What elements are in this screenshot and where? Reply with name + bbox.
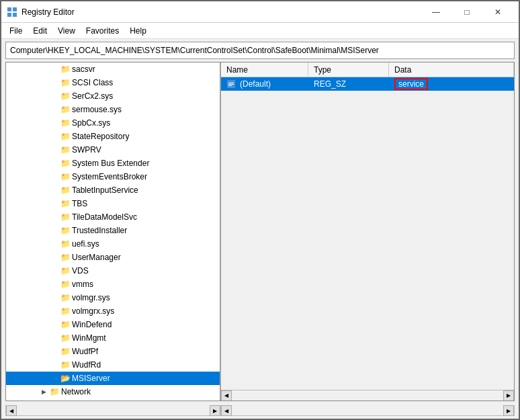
tree-item-usermgr[interactable]: 📁 UserManager: [6, 251, 220, 264]
tree-item-msiserver[interactable]: 📂 MSIServer: [6, 372, 220, 385]
tree-label: Network: [61, 387, 91, 396]
tree-item-trusted[interactable]: 📁 TrustedInstaller: [6, 224, 220, 237]
tree-item-sermouse[interactable]: 📁 sermouse.sys: [6, 103, 220, 116]
tree-item-scsi-class[interactable]: 📁 SCSI Class: [6, 76, 220, 89]
tree-label: TileDataModelSvc: [72, 212, 137, 222]
tree-item-tbs[interactable]: 📁 TBS: [6, 197, 220, 210]
expand-icon: [49, 319, 60, 330]
tree-item-spbcx[interactable]: 📁 SpbCx.sys: [6, 116, 220, 130]
tree-item-uefi[interactable]: 📁 uefi.sys: [6, 237, 220, 251]
tree-item-vds[interactable]: 📁 VDS: [6, 264, 220, 278]
tree-item-wudfpf[interactable]: 📁 WudfPf: [6, 345, 220, 358]
expand-icon: [49, 333, 60, 343]
right-pane-scrollbar-h[interactable]: ◀ ▶: [221, 390, 514, 401]
svg-rect-2: [7, 13, 11, 17]
tree-item-state-repo[interactable]: 📁 StateRepository: [6, 130, 220, 143]
expand-icon: [49, 91, 60, 101]
expand-icon: [49, 131, 60, 142]
svg-rect-7: [228, 85, 232, 86]
expand-icon: [49, 64, 60, 75]
expand-icon: [49, 185, 60, 196]
folder-icon: 📁: [60, 158, 71, 169]
col-header-type: Type: [308, 62, 389, 77]
tree-scroll-right[interactable]: ▶: [210, 405, 220, 416]
minimize-button[interactable]: —: [421, 1, 451, 23]
folder-icon: 📁: [60, 292, 71, 303]
title-bar: Registry Editor — □ ✕: [1, 1, 519, 23]
menu-help[interactable]: Help: [124, 25, 152, 37]
cell-data-default: service: [389, 77, 514, 91]
expand-icon: [49, 198, 60, 209]
menu-view[interactable]: View: [52, 25, 81, 37]
scroll-left-arrow[interactable]: ◀: [221, 390, 232, 401]
svg-rect-6: [228, 84, 234, 85]
tree-item-sysevents[interactable]: 📁 SystemEventsBroker: [6, 170, 220, 183]
bottom-scrollbar-row: ◀ ▶ ◀ ▶: [5, 405, 515, 416]
tree-item-winmgmt[interactable]: 📁 WinMgmt: [6, 331, 220, 345]
right-scroll-left2[interactable]: ◀: [221, 405, 232, 416]
tree-label: uefi.sys: [72, 239, 99, 249]
col-header-data: Data: [389, 62, 514, 77]
expand-icon: [49, 104, 60, 115]
address-bar[interactable]: Computer\HKEY_LOCAL_MACHINE\SYSTEM\Curre…: [5, 42, 515, 59]
tree-label: vmms: [72, 280, 93, 289]
tree-item-sacsvr[interactable]: 📁 sacsvr: [6, 62, 220, 76]
tree-label: MSIServer: [72, 374, 110, 383]
tree-label: SCSI Class: [72, 78, 113, 87]
tree-item-system-bus[interactable]: 📁 System Bus Extender: [6, 157, 220, 170]
folder-icon: 📁: [60, 118, 71, 128]
folder-icon: 📁: [60, 64, 71, 75]
tree-item-swprv[interactable]: 📁 SWPRV: [6, 143, 220, 157]
cell-name-default: (Default): [221, 77, 308, 91]
registry-row-default[interactable]: (Default) REG_SZ service: [221, 77, 514, 91]
svg-rect-0: [7, 7, 11, 11]
menu-favorites[interactable]: Favorites: [81, 25, 124, 37]
maximize-button[interactable]: □: [451, 1, 482, 23]
scroll-right-arrow[interactable]: ▶: [503, 390, 514, 401]
right-scrollbar-h2[interactable]: ◀ ▶: [221, 405, 514, 415]
tree-pane: 📁 sacsvr 📁 SCSI Class 📁 SerCx2.sys: [6, 62, 221, 401]
tree-scroll-left[interactable]: ◀: [6, 405, 17, 416]
folder-icon: 📁: [60, 185, 71, 196]
tree-item-tablet[interactable]: 📁 TabletInputService: [6, 183, 220, 197]
data-rows: (Default) REG_SZ service: [221, 77, 514, 390]
menu-file[interactable]: File: [4, 25, 28, 37]
tree-label: StateRepository: [72, 132, 129, 141]
folder-icon: 📁: [60, 279, 71, 290]
tree-scroll-area[interactable]: 📁 sacsvr 📁 SCSI Class 📁 SerCx2.sys: [6, 62, 220, 401]
tree-item-tiledata[interactable]: 📁 TileDataModelSvc: [6, 210, 220, 224]
expand-icon: [49, 118, 60, 128]
col-header-name: Name: [221, 62, 308, 77]
expand-icon: [49, 171, 60, 182]
folder-icon: 📁: [60, 306, 71, 317]
close-button[interactable]: ✕: [482, 1, 513, 23]
folder-icon: 📁: [60, 91, 71, 101]
registry-editor-window: Registry Editor — □ ✕ File Edit View Fav…: [0, 0, 520, 420]
default-value-icon: [226, 79, 237, 89]
expand-icon: [49, 212, 60, 222]
tree-scrollbar-h[interactable]: ◀ ▶: [6, 405, 221, 415]
tree-item-wudfrd[interactable]: 📁 WudfRd: [6, 358, 220, 372]
tree-item-network[interactable]: ▶ 📁 Network: [6, 385, 220, 398]
right-pane: Name Type Data: [221, 62, 514, 401]
right-scroll-right2[interactable]: ▶: [503, 405, 514, 416]
tree-label: WudfRd: [72, 360, 101, 370]
tree-item-volmgrx[interactable]: 📁 volmgrx.sys: [6, 304, 220, 318]
folder-icon: 📁: [60, 346, 71, 357]
menu-edit[interactable]: Edit: [28, 25, 52, 37]
cell-type-default: REG_SZ: [308, 77, 389, 91]
expand-icon: [49, 252, 60, 263]
tree-item-sercx2[interactable]: 📁 SerCx2.sys: [6, 89, 220, 103]
tree-label: VDS: [72, 266, 89, 276]
tree-item-vmms[interactable]: 📁 vmms: [6, 278, 220, 291]
folder-icon: 📁: [60, 360, 71, 370]
folder-icon: 📁: [60, 212, 71, 222]
content-area: 📁 sacsvr 📁 SCSI Class 📁 SerCx2.sys: [5, 62, 515, 401]
tree-item-windefend[interactable]: 📁 WinDefend: [6, 318, 220, 331]
folder-icon: 📁: [60, 333, 71, 343]
folder-icon: 📁: [60, 131, 71, 142]
tree-label: volmgrx.sys: [72, 306, 114, 316]
expand-icon: [49, 144, 60, 155]
tree-item-sam[interactable]: ▶ 📁 SAM: [6, 398, 220, 401]
tree-item-volmgr[interactable]: 📁 volmgr.sys: [6, 291, 220, 304]
